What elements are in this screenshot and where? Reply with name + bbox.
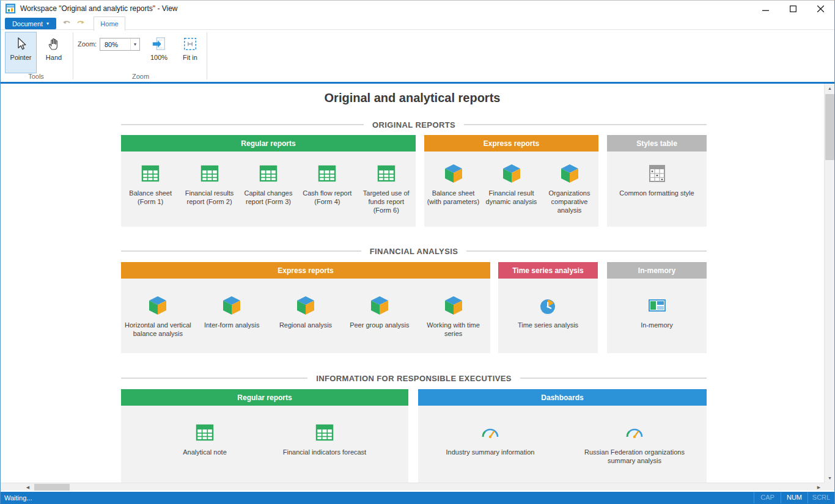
fit-in-button[interactable]: Fit in [178, 32, 202, 73]
card-in-memory: In-memory In-memory [607, 262, 707, 353]
report-item[interactable]: Targeted use of funds report (Form 6) [359, 163, 414, 214]
scroll-right-arrow[interactable]: ▶ [814, 483, 824, 491]
window-title: Workspace "Original and analytic reports… [20, 4, 178, 13]
card-header: Styles table [607, 135, 707, 152]
redo-icon [75, 18, 86, 29]
vertical-scrollbar[interactable]: ▲ ▼ [824, 84, 834, 483]
heading-rule [520, 378, 707, 379]
num-lock-indicator: NUM [781, 492, 807, 503]
card-header: Time series analysis [498, 262, 598, 279]
report-item[interactable]: Financial result dynamic analysis [484, 163, 540, 206]
dashboard-icon [623, 422, 646, 444]
cube-icon [501, 163, 523, 184]
card-express-reports-original: Express reports Balance sheet (with para… [424, 135, 598, 227]
maximize-icon [790, 5, 796, 12]
minimize-button[interactable] [752, 1, 779, 16]
zoom-field-label: Zoom: [78, 40, 97, 48]
horizontal-scrollbar[interactable]: ◀ ▶ [1, 483, 824, 491]
heading-rule [466, 250, 707, 252]
card-body: Balance sheet (with parameters) Financia… [424, 152, 598, 227]
heading-rule [121, 124, 364, 125]
card-body: Horizontal and vertical balance analysis… [121, 279, 490, 353]
card-regular-reports-executives: Regular reports Analytical note Financia… [121, 389, 408, 483]
zoom-100-button[interactable]: 100% [145, 32, 172, 73]
scroll-left-arrow[interactable]: ◀ [23, 483, 33, 491]
zoom-value: 80% [100, 41, 130, 48]
card-header: Regular reports [121, 389, 408, 406]
report-item[interactable]: Financial results report (Form 2) [182, 163, 237, 206]
card-header: Dashboards [418, 389, 707, 406]
card-body: Analytical note Financial indicators for… [121, 406, 408, 483]
chevron-down-icon[interactable]: ▾ [130, 38, 139, 50]
heading-rule [464, 124, 707, 125]
cube-icon [443, 294, 465, 316]
table-icon [316, 163, 338, 184]
pointer-tool-button[interactable]: Pointer [5, 32, 37, 73]
pointer-icon [13, 37, 28, 51]
maximize-button[interactable] [779, 1, 807, 16]
vertical-scroll-thumb[interactable] [825, 94, 834, 160]
status-bar: Waiting... CAP NUM SCRL [1, 492, 834, 503]
card-body: Common formatting style [607, 152, 707, 227]
chevron-down-icon: ▾ [46, 21, 49, 26]
report-item[interactable]: Analytical note [156, 422, 254, 457]
report-item[interactable]: Cash flow report (Form 4) [300, 163, 355, 206]
document-menu-button[interactable]: Document ▾ [5, 18, 56, 29]
close-button[interactable] [807, 1, 834, 16]
report-item[interactable]: Capital changes report (Form 3) [241, 163, 296, 206]
scrollbar-corner [824, 483, 834, 491]
report-item[interactable]: Inter-form analysis [197, 294, 266, 330]
table-icon [314, 422, 336, 444]
card-express-reports-financial: Express reports Horizontal and vertical … [121, 262, 490, 353]
cube-icon [221, 294, 243, 316]
table-icon [257, 163, 279, 184]
report-item[interactable]: Financial indicators forecast [276, 422, 373, 457]
redo-button[interactable] [74, 18, 86, 29]
close-icon [817, 5, 824, 12]
dashboard-icon [479, 422, 501, 444]
report-item[interactable]: Russian Federation organizations summary… [573, 422, 696, 466]
report-item[interactable]: Common formatting style [617, 163, 697, 198]
card-body: In-memory [607, 279, 707, 353]
group-separator [73, 32, 73, 79]
report-item[interactable]: Organizations comparative analysis [542, 163, 598, 214]
cube-icon [369, 294, 391, 316]
hand-icon [46, 37, 61, 51]
undo-button[interactable] [61, 18, 73, 29]
scroll-up-arrow[interactable]: ▲ [825, 84, 835, 93]
group-separator [207, 32, 207, 79]
undo-icon [62, 18, 72, 29]
report-item[interactable]: Industry summary information [429, 422, 551, 457]
report-item[interactable]: Balance sheet (Form 1) [123, 163, 178, 206]
hand-tool-button[interactable]: Hand [39, 32, 68, 73]
tab-home[interactable]: Home [94, 16, 125, 31]
card-dashboards: Dashboards Industry summary information … [418, 389, 707, 483]
report-item[interactable]: Peer group analysis [345, 294, 414, 330]
report-item[interactable]: Horizontal and vertical balance analysis [123, 294, 192, 338]
table-icon [199, 163, 221, 184]
titlebar: Workspace "Original and analytic reports… [1, 1, 834, 16]
cube-icon [443, 163, 465, 184]
cube-icon [559, 163, 581, 184]
app-window: Workspace "Original and analytic reports… [0, 0, 835, 504]
card-body: Industry summary information Russian Fed… [418, 406, 707, 483]
status-message: Waiting... [1, 494, 754, 502]
report-item[interactable]: In-memory [617, 294, 697, 330]
report-item[interactable]: Time series analysis [506, 294, 591, 330]
card-body: Time series analysis [498, 279, 598, 353]
ribbon: Pointer Hand Tools Zoom: 80% ▾ 100% Fit … [1, 30, 834, 82]
scroll-down-arrow[interactable]: ▼ [825, 473, 835, 483]
card-header: Express reports [121, 262, 490, 279]
report-item[interactable]: Working with time series [419, 294, 488, 338]
cube-icon [295, 294, 317, 316]
table-icon [139, 163, 161, 184]
cube-icon [147, 294, 169, 316]
section-heading-responsible-executives: INFORMATION FOR RESPONSIBLE EXECUTIVES [121, 373, 707, 384]
window-controls [752, 1, 834, 16]
report-item[interactable]: Balance sheet (with parameters) [425, 163, 482, 206]
styles-table-icon [646, 163, 668, 184]
zoom-select[interactable]: 80% ▾ [100, 38, 140, 51]
horizontal-scroll-thumb[interactable] [34, 484, 70, 491]
zoom-100-icon [152, 37, 166, 51]
report-item[interactable]: Regional analysis [271, 294, 340, 330]
